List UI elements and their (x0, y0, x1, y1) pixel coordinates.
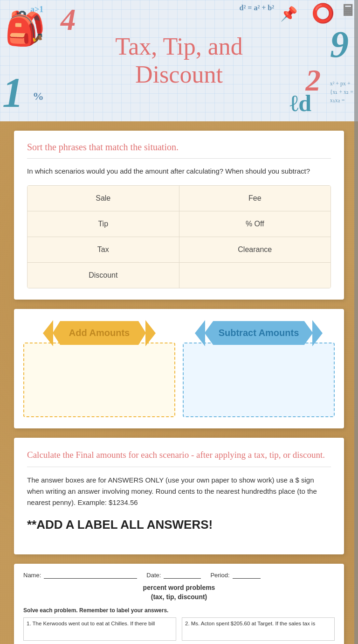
worksheet-name-row: Name: Date: Period: (23, 571, 335, 579)
add-drop-zone[interactable] (23, 343, 175, 417)
scrollbar[interactable] (354, 0, 358, 644)
problem-row: 1. The Kerwoods went out to eat at Chill… (23, 617, 335, 641)
answer-instruction: The answer boxes are for ANSWERS ONLY (u… (27, 475, 331, 508)
subtract-amounts-box: Subtract Amounts (183, 320, 335, 417)
subtract-drop-zone[interactable] (183, 343, 335, 417)
deco-number-9: 9 (330, 23, 349, 66)
main-content: Sort the phrases that match the situatio… (0, 121, 358, 644)
deco-number-1: 1 (2, 69, 23, 117)
name-label: Name: (23, 572, 41, 579)
sort-section-title: Sort the phrases that match the situatio… (27, 142, 331, 153)
header-section: a>1 4 d² = a² + b² 9 2 1 % 🎒 📌 ⭕ 🖩 x² + … (0, 0, 358, 121)
date-field: Date: (146, 571, 201, 579)
sort-row-4: Discount (28, 263, 330, 288)
sort-item-percent-off[interactable]: % Off (179, 211, 331, 237)
cat-backpack-icon: 🎒 (5, 9, 45, 48)
label-emphasis: **ADD A LABEL ALL ANSWERS! (27, 518, 331, 532)
subtract-amounts-label: Subtract Amounts (219, 328, 299, 338)
pin-icon: 📌 (280, 6, 297, 22)
sort-item-tip[interactable]: Tip (28, 211, 179, 237)
deco-script-letters: ℓd (289, 90, 311, 117)
section-divider (27, 158, 331, 159)
period-line (233, 571, 261, 579)
add-amounts-box: Add Amounts (23, 320, 175, 417)
subtract-amounts-ribbon: Subtract Amounts (183, 320, 335, 346)
add-ribbon-left-arrow (43, 320, 53, 346)
sort-row-3: Tax Clearance (28, 237, 330, 263)
deco-formula-block: x² + px +{x₁ + x₂ = x₁x₂ = (330, 79, 353, 105)
sort-row-1: Sale Fee (28, 186, 330, 211)
sort-item-empty (179, 263, 331, 288)
subtract-ribbon-left-arrow (195, 320, 205, 346)
sort-item-sale[interactable]: Sale (28, 186, 179, 211)
sort-row-2: Tip % Off (28, 211, 330, 237)
deco-formula-eq: d² = a² + b² (240, 4, 274, 12)
problem-2: 2. Ms. Acton spent $205.60 at Target. If… (182, 617, 335, 641)
subtract-ribbon-right-arrow (312, 320, 323, 346)
deco-percent: % (33, 90, 44, 103)
deco-number-4: 4 (61, 2, 76, 37)
period-label: Period: (210, 572, 229, 579)
worksheet-title-line1: percent word problems (143, 584, 215, 591)
sort-section-card: Sort the phrases that match the situatio… (14, 131, 344, 300)
sort-item-fee[interactable]: Fee (179, 186, 331, 211)
subtract-ribbon-banner: Subtract Amounts (205, 321, 313, 345)
date-label: Date: (146, 572, 161, 579)
worksheet-card: Name: Date: Period: percent word problem… (14, 564, 344, 644)
worksheet-title-line2: (tax, tip, discount) (151, 593, 207, 601)
ring-icon: ⭕ (311, 2, 335, 24)
title-line1: Tax, Tip, and (115, 33, 243, 60)
period-field: Period: (210, 571, 260, 579)
name-field: Name: (23, 571, 137, 579)
sort-boxes-card: Add Amounts Subtract Amounts (14, 309, 344, 428)
add-ribbon-right-arrow (145, 320, 156, 346)
sort-boxes-container: Add Amounts Subtract Amounts (23, 320, 335, 417)
sort-item-clearance[interactable]: Clearance (179, 237, 331, 262)
worksheet-solve-instruction: Solve each problem. Remember to label yo… (23, 607, 335, 614)
title-line2: Discount (135, 61, 223, 88)
sort-instruction: In which scenarios would you add the amo… (27, 166, 331, 177)
date-line (164, 571, 201, 579)
add-amounts-label: Add Amounts (69, 328, 130, 338)
calculate-section-title: Calculate the Final amounts for each sce… (27, 449, 331, 462)
calculate-divider (27, 467, 331, 467)
page-title: Tax, Tip, and Discount (115, 33, 243, 89)
problem-1: 1. The Kerwoods went out to eat at Chill… (23, 617, 176, 641)
add-amounts-ribbon: Add Amounts (23, 320, 175, 346)
sort-items-grid: Sale Fee Tip % Off Tax Clearance Discoun… (27, 185, 331, 288)
sort-item-discount[interactable]: Discount (28, 263, 179, 288)
calculate-section-card: Calculate the Final amounts for each sce… (14, 438, 344, 555)
calculator-icon: 🖩 (341, 2, 356, 20)
add-ribbon-banner: Add Amounts (53, 321, 146, 345)
worksheet-title: percent word problems (tax, tip, discoun… (23, 583, 335, 602)
name-line (44, 571, 137, 579)
sort-item-tax[interactable]: Tax (28, 237, 179, 262)
